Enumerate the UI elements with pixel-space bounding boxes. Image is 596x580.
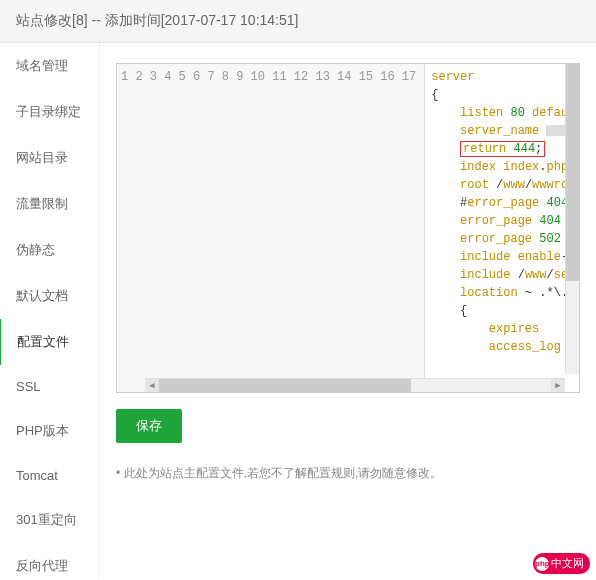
editor-code[interactable]: server{ listen 80 default_server; server… xyxy=(425,64,579,392)
scrollbar-horizontal[interactable]: ◀ ▶ xyxy=(145,378,565,392)
sidebar-item-5[interactable]: 默认文档 xyxy=(0,273,99,319)
scrollbar-vertical[interactable] xyxy=(565,64,579,374)
header-close-bracket: ] xyxy=(295,12,299,28)
sidebar-item-3[interactable]: 流量限制 xyxy=(0,181,99,227)
modal-body: 域名管理子目录绑定网站目录流量限制伪静态默认文档配置文件SSLPHP版本Tomc… xyxy=(0,43,596,579)
sidebar-item-8[interactable]: PHP版本 xyxy=(0,408,99,454)
header-addtime-label: -- 添加时间[ xyxy=(88,12,165,28)
watermark-badge: php xyxy=(535,557,549,571)
sidebar-item-7[interactable]: SSL xyxy=(0,365,99,408)
scroll-right-icon[interactable]: ▶ xyxy=(551,379,565,393)
content: 1 2 3 4 5 6 7 8 9 10 11 12 13 14 15 16 1… xyxy=(100,43,596,579)
sidebar-item-4[interactable]: 伪静态 xyxy=(0,227,99,273)
sidebar-item-0[interactable]: 域名管理 xyxy=(0,43,99,89)
sidebar-item-10[interactable]: 301重定向 xyxy=(0,497,99,543)
scrollbar-thumb-h[interactable] xyxy=(159,379,411,392)
sidebar-item-2[interactable]: 网站目录 xyxy=(0,135,99,181)
scrollbar-thumb-v[interactable] xyxy=(566,64,579,281)
sidebar: 域名管理子目录绑定网站目录流量限制伪静态默认文档配置文件SSLPHP版本Tomc… xyxy=(0,43,100,579)
code-editor[interactable]: 1 2 3 4 5 6 7 8 9 10 11 12 13 14 15 16 1… xyxy=(116,63,580,393)
editor-gutter: 1 2 3 4 5 6 7 8 9 10 11 12 13 14 15 16 1… xyxy=(117,64,425,392)
header-prefix: 站点修改[ xyxy=(16,12,76,28)
sidebar-item-9[interactable]: Tomcat xyxy=(0,454,99,497)
config-hint: 此处为站点主配置文件,若您不了解配置规则,请勿随意修改。 xyxy=(116,465,580,482)
sidebar-item-11[interactable]: 反向代理 xyxy=(0,543,99,580)
sidebar-item-1[interactable]: 子目录绑定 xyxy=(0,89,99,135)
watermark-text: 中文网 xyxy=(551,556,584,571)
modal-header: 站点修改[8] -- 添加时间[2017-07-17 10:14:51] xyxy=(0,0,596,43)
header-addtime: 2017-07-17 10:14:51 xyxy=(165,12,295,28)
save-button[interactable]: 保存 xyxy=(116,409,182,443)
sidebar-item-6[interactable]: 配置文件 xyxy=(0,319,99,365)
scroll-left-icon[interactable]: ◀ xyxy=(145,379,159,393)
watermark: php 中文网 xyxy=(533,553,590,574)
header-masked-suffix: 8] xyxy=(76,12,88,28)
